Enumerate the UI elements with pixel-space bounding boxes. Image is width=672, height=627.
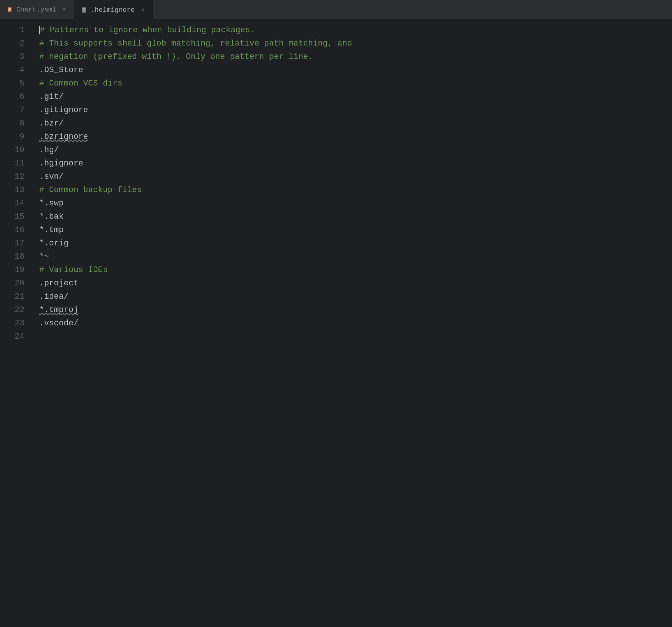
- code-line-16: *.tmp: [39, 224, 672, 237]
- code-text-10: .hg/: [39, 144, 59, 157]
- code-text-13: # Common backup files: [39, 184, 142, 197]
- code-line-13: # Common backup files: [39, 184, 672, 197]
- code-line-23: .vscode/: [39, 317, 672, 330]
- svg-rect-6: [83, 10, 85, 10]
- code-line-21: .idea/: [39, 290, 672, 304]
- svg-rect-5: [83, 9, 85, 9]
- code-text-16: *.tmp: [39, 224, 64, 237]
- code-text-4: .DS_Store: [39, 64, 83, 77]
- line-number-9: 9: [6, 130, 24, 144]
- code-text-15: *.bak: [39, 210, 64, 224]
- line-number-14: 14: [6, 197, 24, 210]
- code-line-14: *.swp: [39, 197, 672, 210]
- code-line-1: # Patterns to ignore when building packa…: [39, 24, 672, 37]
- code-line-7: .gitignore: [39, 104, 672, 117]
- code-line-5: # Common VCS dirs: [39, 77, 672, 90]
- code-text-9: .bzrignore: [39, 130, 88, 144]
- code-line-4: .DS_Store: [39, 64, 672, 77]
- line-number-24: 24: [6, 330, 24, 343]
- code-text-1: # Patterns to ignore when building packa…: [40, 24, 255, 37]
- line-number-4: 4: [6, 64, 24, 77]
- line-number-7: 7: [6, 104, 24, 117]
- code-text-18: *~: [39, 250, 49, 264]
- code-text-7: .gitignore: [39, 104, 88, 117]
- code-line-18: *~: [39, 250, 672, 264]
- code-text-5: # Common VCS dirs: [39, 77, 122, 90]
- line-number-21: 21: [6, 290, 24, 304]
- code-text-3: # negation (prefixed with !). Only one p…: [39, 50, 313, 64]
- code-text-20: .project: [39, 277, 78, 290]
- tab-label-chart-yaml: Chart.yaml: [16, 6, 56, 13]
- code-text-23: .vscode/: [39, 317, 78, 330]
- line-number-2: 2: [6, 37, 24, 50]
- helmignore-icon: [81, 7, 88, 13]
- svg-rect-2: [9, 9, 11, 10]
- line-number-18: 18: [6, 250, 24, 264]
- code-area: 123456789101112131415161718192021222324 …: [0, 19, 672, 627]
- line-number-6: 6: [6, 90, 24, 104]
- tab-helmignore[interactable]: .helmignore×: [74, 0, 153, 19]
- line-number-5: 5: [6, 77, 24, 90]
- line-number-10: 10: [6, 144, 24, 157]
- code-line-11: .hgignore: [39, 157, 672, 170]
- code-content[interactable]: # Patterns to ignore when building packa…: [33, 19, 672, 627]
- code-text-14: *.swp: [39, 197, 64, 210]
- svg-rect-3: [9, 10, 10, 11]
- tab-chart-yaml[interactable]: Chart.yaml×: [0, 0, 74, 19]
- line-number-13: 13: [6, 184, 24, 197]
- code-text-17: *.orig: [39, 237, 68, 250]
- line-number-19: 19: [6, 264, 24, 277]
- line-number-15: 15: [6, 210, 24, 224]
- code-line-15: *.bak: [39, 210, 672, 224]
- code-line-24: [39, 330, 672, 343]
- line-number-12: 12: [6, 170, 24, 184]
- code-line-10: .hg/: [39, 144, 672, 157]
- code-line-9: .bzrignore: [39, 130, 672, 144]
- code-text-2: # This supports shell glob matching, rel…: [39, 37, 352, 50]
- svg-rect-7: [83, 11, 84, 11]
- code-text-19: # Various IDEs: [39, 264, 108, 277]
- line-number-1: 1: [6, 24, 24, 37]
- tab-close-helmignore[interactable]: ×: [140, 7, 146, 13]
- code-text-12: .svn/: [39, 170, 64, 184]
- code-line-6: .git/: [39, 90, 672, 104]
- tab-label-helmignore: .helmignore: [91, 6, 135, 14]
- line-number-17: 17: [6, 237, 24, 250]
- line-number-20: 20: [6, 277, 24, 290]
- code-line-2: # This supports shell glob matching, rel…: [39, 37, 672, 50]
- line-number-16: 16: [6, 224, 24, 237]
- editor-container: Chart.yaml× .helmignore× 123456789101112…: [0, 0, 672, 627]
- code-text-11: .hgignore: [39, 157, 83, 170]
- line-number-11: 11: [6, 157, 24, 170]
- code-line-8: .bzr/: [39, 117, 672, 130]
- code-line-3: # negation (prefixed with !). Only one p…: [39, 50, 672, 64]
- code-text-22: *.tmproj: [39, 304, 78, 317]
- code-text-6: .git/: [39, 90, 64, 104]
- line-number-3: 3: [6, 50, 24, 64]
- svg-rect-1: [9, 8, 11, 9]
- line-numbers: 123456789101112131415161718192021222324: [0, 19, 33, 627]
- code-line-22: *.tmproj: [39, 304, 672, 317]
- tab-bar: Chart.yaml× .helmignore×: [0, 0, 672, 19]
- code-line-12: .svn/: [39, 170, 672, 184]
- chart-yaml-icon: [7, 6, 13, 13]
- code-line-19: # Various IDEs: [39, 264, 672, 277]
- code-text-8: .bzr/: [39, 117, 64, 130]
- code-line-20: .project: [39, 277, 672, 290]
- line-number-22: 22: [6, 304, 24, 317]
- tab-close-chart-yaml[interactable]: ×: [61, 7, 67, 13]
- code-text-21: .idea/: [39, 290, 68, 304]
- code-line-17: *.orig: [39, 237, 672, 250]
- line-number-8: 8: [6, 117, 24, 130]
- line-number-23: 23: [6, 317, 24, 330]
